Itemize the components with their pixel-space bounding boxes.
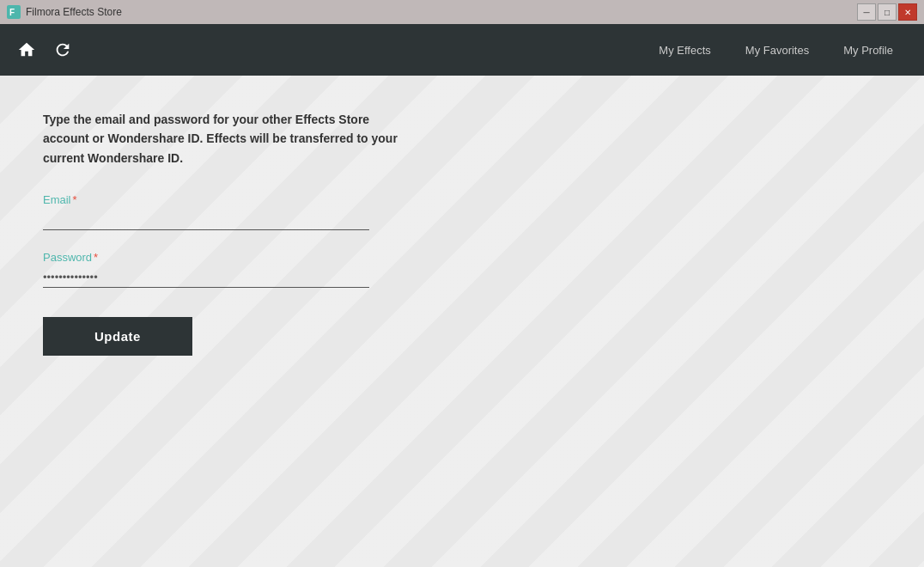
refresh-button[interactable] — [50, 37, 76, 63]
description-text: Type the email and password for your oth… — [43, 110, 404, 168]
nav-my-effects[interactable]: My Effects — [641, 24, 727, 76]
home-icon — [17, 40, 36, 59]
window-title: Filmora Effects Store — [26, 6, 122, 18]
content-area: Type the email and password for your oth… — [0, 76, 447, 390]
password-label: Password* — [43, 251, 404, 264]
refresh-icon — [53, 40, 72, 59]
nav-bar: My Effects My Favorites My Profile — [0, 24, 924, 76]
email-input[interactable] — [43, 210, 369, 230]
password-group: Password* — [43, 251, 404, 288]
window-controls: ─ □ ✕ — [857, 3, 917, 21]
password-input[interactable] — [43, 267, 369, 288]
home-button[interactable] — [14, 37, 40, 63]
email-group: Email* — [43, 193, 404, 230]
update-button[interactable]: Update — [43, 317, 192, 356]
app-icon: F — [7, 5, 21, 19]
email-label: Email* — [43, 193, 404, 206]
nav-my-favorites[interactable]: My Favorites — [728, 24, 826, 76]
main-content: Type the email and password for your oth… — [0, 76, 924, 567]
svg-text:F: F — [9, 8, 15, 17]
nav-my-profile[interactable]: My Profile — [826, 24, 910, 76]
close-button[interactable]: ✕ — [898, 3, 917, 21]
minimize-button[interactable]: ─ — [857, 3, 876, 21]
maximize-button[interactable]: □ — [878, 3, 897, 21]
nav-links: My Effects My Favorites My Profile — [641, 24, 910, 76]
title-bar: F Filmora Effects Store ─ □ ✕ — [0, 0, 924, 24]
